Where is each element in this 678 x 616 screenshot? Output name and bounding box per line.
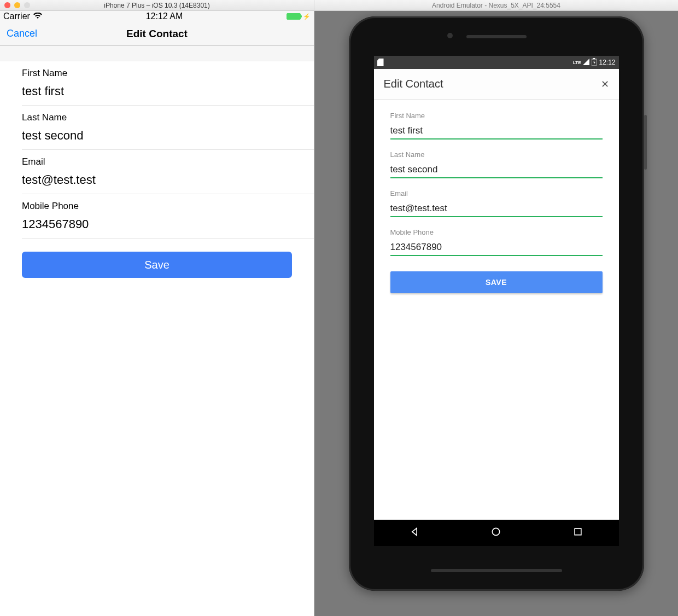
android-emulator-window: Android Emulator - Nexus_5X_API_24:5554 … [314, 0, 678, 616]
back-icon[interactable] [409, 526, 420, 539]
battery-charging-icon [592, 58, 597, 67]
ios-carrier-label: Carrier [3, 11, 30, 21]
ios-status-bar: Carrier 12:12 AM ⚡ [0, 11, 314, 22]
wifi-icon [33, 11, 42, 21]
svg-rect-1 [593, 58, 595, 59]
phone-row: Mobile Phone [22, 194, 314, 239]
power-button-icon [644, 115, 647, 170]
android-screen: LTE 12:12 Edit Contact ✕ First Name [374, 56, 619, 546]
email-row: Email [390, 189, 603, 217]
mac-zoom-icon[interactable] [24, 2, 30, 8]
phone-bottom-speaker-icon [431, 569, 562, 572]
email-row: Email [22, 150, 314, 194]
save-button[interactable]: SAVE [390, 271, 603, 293]
last-name-label: Last Name [390, 150, 603, 159]
save-button[interactable]: Save [22, 252, 292, 278]
first-name-row: First Name [22, 61, 314, 106]
android-app-bar: Edit Contact ✕ [374, 69, 619, 100]
ios-window-title: iPhone 7 Plus – iOS 10.3 (14E8301) [0, 2, 314, 9]
recents-icon[interactable] [572, 526, 583, 539]
phone-row: Mobile Phone [390, 228, 603, 256]
last-name-row: Last Name [22, 106, 314, 150]
home-icon[interactable] [490, 526, 501, 539]
phone-input[interactable] [390, 240, 603, 256]
first-name-label: First Name [22, 68, 303, 84]
signal-icon [583, 59, 589, 67]
android-status-bar: LTE 12:12 [374, 56, 619, 69]
last-name-label: Last Name [22, 112, 303, 129]
ios-form: First Name Last Name Email Mobile Phone … [0, 46, 314, 616]
email-input[interactable] [390, 201, 603, 217]
ios-section-gap [0, 46, 314, 61]
phone-speaker-icon [466, 35, 527, 38]
lte-label: LTE [573, 60, 581, 65]
email-label: Email [22, 156, 303, 173]
phone-input[interactable] [22, 217, 303, 231]
page-title: Edit Contact [0, 28, 314, 40]
first-name-input[interactable] [390, 123, 603, 140]
ios-time: 12:12 AM [146, 11, 183, 21]
last-name-input[interactable] [22, 129, 303, 143]
mac-minimize-icon[interactable] [14, 2, 20, 8]
page-title: Edit Contact [384, 78, 443, 90]
email-input[interactable] [22, 173, 303, 187]
ios-nav-bar: Cancel Edit Contact [0, 22, 314, 46]
email-label: Email [390, 189, 603, 197]
android-form: First Name Last Name Email Mobile Phone … [374, 100, 619, 520]
phone-label: Mobile Phone [390, 228, 603, 236]
phone-camera-icon [447, 33, 453, 38]
first-name-row: First Name [390, 112, 603, 140]
first-name-input[interactable] [22, 84, 303, 98]
first-name-label: First Name [390, 112, 603, 120]
svg-rect-3 [575, 528, 581, 535]
phone-label: Mobile Phone [22, 201, 303, 217]
mac-titlebar: iPhone 7 Plus – iOS 10.3 (14E8301) [0, 0, 314, 11]
close-button[interactable]: ✕ [601, 79, 609, 89]
last-name-row: Last Name [390, 150, 603, 178]
charging-icon: ⚡ [303, 13, 311, 20]
android-nav-bar [374, 520, 619, 546]
battery-icon [287, 13, 301, 20]
ios-simulator-window: iPhone 7 Plus – iOS 10.3 (14E8301) Carri… [0, 0, 314, 616]
android-window-title: Android Emulator - Nexus_5X_API_24:5554 [314, 0, 678, 11]
mac-close-icon[interactable] [4, 2, 10, 8]
android-time: 12:12 [599, 59, 615, 66]
sim-icon [377, 59, 384, 66]
phone-frame: LTE 12:12 Edit Contact ✕ First Name [349, 16, 644, 591]
svg-point-2 [493, 528, 500, 535]
last-name-input[interactable] [390, 162, 603, 178]
